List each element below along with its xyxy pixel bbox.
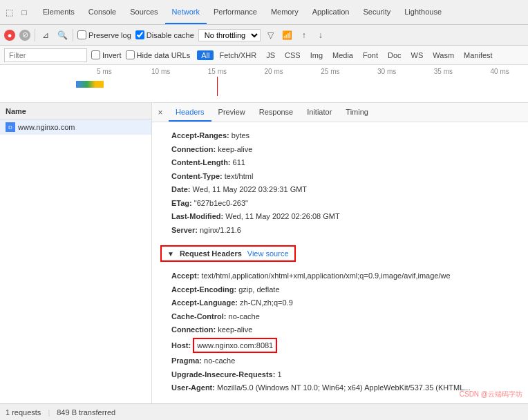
tab-lighthouse[interactable]: Lighthouse (397, 0, 449, 24)
request-item-name: www.nginxo.com (18, 123, 75, 131)
type-filter-tabs: All Fetch/XHR JS CSS Img Media Font Doc … (197, 50, 496, 60)
request-item-icon: D (6, 122, 15, 132)
section-toggle-icon[interactable]: ▼ (167, 250, 174, 258)
main-area: Name D www.nginxo.com × Headers Preview … (0, 103, 528, 403)
tab-elements[interactable]: Elements (36, 0, 82, 24)
filter-tab-ws[interactable]: WS (407, 50, 428, 60)
invert-input[interactable] (91, 50, 100, 59)
filter-icon[interactable]: ⊿ (39, 29, 52, 41)
response-header-accept-ranges: Accept-Ranges: bytes (160, 130, 520, 142)
filter-tab-wasm[interactable]: Wasm (428, 50, 458, 60)
filter-row: Invert Hide data URLs All Fetch/XHR JS C… (0, 46, 528, 65)
preserve-log-input[interactable] (77, 30, 86, 39)
request-header-pragma: Pragma: no-cache (160, 355, 520, 367)
filter-tab-doc[interactable]: Doc (384, 50, 406, 60)
status-bar: 1 requests | 849 B transferred (0, 403, 528, 420)
network-toolbar: ● ⊘ ⊿ 🔍 Preserve log Disable cache No th… (0, 25, 528, 46)
throttle-select[interactable]: No throttling (198, 29, 261, 41)
disable-cache-checkbox[interactable]: Disable cache (135, 30, 194, 39)
timeline-ruler: 5 ms 10 ms 15 ms 20 ms 25 ms 30 ms 35 ms… (0, 65, 528, 75)
filter-tab-fetch[interactable]: Fetch/XHR (215, 50, 261, 60)
filter-tab-manifest[interactable]: Manifest (460, 50, 497, 60)
preserve-log-checkbox[interactable]: Preserve log (77, 30, 131, 39)
details-tab-headers[interactable]: Headers (169, 103, 211, 122)
cursor-icon[interactable]: ⬚ (3, 6, 15, 19)
download-icon[interactable]: ↓ (314, 29, 327, 41)
tab-performance[interactable]: Performance (207, 0, 264, 24)
filter-tab-img[interactable]: Img (306, 50, 327, 60)
response-header-connection: Connection: keep-alive (160, 144, 520, 155)
details-panel: × Headers Preview Response Initiator Tim… (152, 103, 528, 403)
tick-10ms: 10 ms (133, 68, 189, 75)
wifi-signal-icon[interactable]: 📶 (281, 29, 294, 41)
request-item[interactable]: D www.nginxo.com (0, 120, 151, 135)
details-tabs: × Headers Preview Response Initiator Tim… (152, 103, 528, 122)
record-button[interactable]: ● (4, 30, 15, 41)
request-header-accept: Accept: text/html,application/xhtml+xml,… (160, 270, 520, 282)
tick-5ms: 5 ms (76, 68, 133, 75)
disable-cache-input[interactable] (135, 30, 144, 39)
host-value-highlight: www.nginxo.com:8081 (193, 338, 277, 354)
sep1 (35, 29, 35, 41)
details-content: Accept-Ranges: bytes Connection: keep-al… (152, 122, 528, 403)
filter-tab-media[interactable]: Media (328, 50, 357, 60)
request-header-cache-control: Cache-Control: no-cache (160, 311, 520, 323)
filter-input[interactable] (4, 48, 87, 62)
invert-checkbox[interactable]: Invert (91, 50, 122, 59)
request-header-upgrade: Upgrade-Insecure-Requests: 1 (160, 369, 520, 381)
details-tab-timing[interactable]: Timing (339, 103, 375, 122)
response-header-last-modified: Last-Modified: Wed, 11 May 2022 02:26:08… (160, 211, 520, 222)
tab-memory[interactable]: Memory (264, 0, 305, 24)
close-details-button[interactable]: × (155, 107, 166, 118)
requests-list: D www.nginxo.com (0, 120, 151, 403)
tick-35ms: 35 ms (415, 68, 472, 75)
request-header-host: Host: www.nginxo.com:8081 (160, 338, 520, 354)
search-icon[interactable]: 🔍 (56, 29, 68, 41)
requests-panel: Name D www.nginxo.com (0, 103, 152, 403)
sep2 (73, 29, 73, 41)
response-header-content-length: Content-Length: 611 (160, 157, 520, 169)
clear-button[interactable]: ⊘ (19, 30, 30, 41)
tab-console[interactable]: Console (82, 0, 123, 24)
response-header-date: Date: Wed, 11 May 2022 03:29:31 GMT (160, 184, 520, 195)
tick-15ms: 15 ms (189, 68, 246, 75)
tick-30ms: 30 ms (359, 68, 415, 75)
view-source-link[interactable]: View source (247, 249, 289, 258)
requests-count: 1 requests (6, 408, 41, 417)
request-header-user-agent: User-Agent: Mozilla/5.0 (Windows NT 10.0… (160, 382, 520, 394)
requests-name-header: Name (0, 103, 151, 120)
tick-20ms: 20 ms (245, 68, 302, 75)
tab-sources[interactable]: Sources (123, 0, 164, 24)
devtools-tabbar: ⬚ □ Elements Console Sources Network Per… (0, 0, 528, 25)
tick-40ms: 40 ms (471, 68, 528, 75)
device-icon[interactable]: □ (18, 6, 30, 19)
upload-icon[interactable]: ↑ (298, 29, 310, 41)
filter-tab-all[interactable]: All (197, 50, 214, 60)
filter-tab-css[interactable]: CSS (281, 50, 305, 60)
filter-tab-font[interactable]: Font (359, 50, 382, 60)
response-header-content-type: Content-Type: text/html (160, 171, 520, 182)
timeline-bars (76, 77, 528, 96)
tab-application[interactable]: Application (305, 0, 357, 24)
request-header-connection: Connection: keep-alive (160, 324, 520, 336)
tab-security[interactable]: Security (356, 0, 397, 24)
details-tab-initiator[interactable]: Initiator (300, 103, 339, 122)
timeline-vline (217, 77, 218, 96)
filter-tab-js[interactable]: JS (262, 50, 279, 60)
tab-network[interactable]: Network (165, 0, 207, 24)
details-tab-preview[interactable]: Preview (211, 103, 252, 122)
tick-25ms: 25 ms (302, 68, 359, 75)
response-header-etag: ETag: "627b1ec0-263" (160, 198, 520, 209)
transferred-size: 849 B transferred (57, 408, 115, 417)
timeline-panel: 5 ms 10 ms 15 ms 20 ms 25 ms 30 ms 35 ms… (0, 65, 528, 103)
request-header-accept-encoding: Accept-Encoding: gzip, deflate (160, 284, 520, 296)
request-headers-section-box: ▼ Request Headers View source (160, 241, 520, 266)
hide-data-urls-checkbox[interactable]: Hide data URLs (126, 50, 191, 59)
details-tab-response[interactable]: Response (252, 103, 301, 122)
request-timeline-bar (76, 81, 104, 88)
hide-data-urls-input[interactable] (126, 50, 135, 59)
request-headers-section-header: ▼ Request Headers View source (160, 245, 296, 262)
wifi-icon[interactable]: ▽ (265, 29, 277, 41)
request-header-accept-language: Accept-Language: zh-CN,zh;q=0.9 (160, 297, 520, 309)
response-header-server: Server: nginx/1.21.6 (160, 225, 520, 236)
